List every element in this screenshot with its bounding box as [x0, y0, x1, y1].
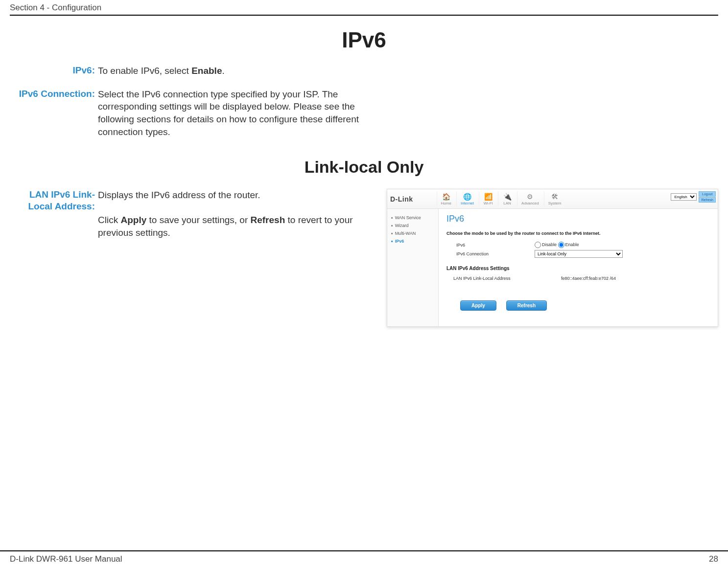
- ss-nav: 🏠Home🌐Internet📶Wi-Fi🔌LAN⚙Advanced🛠System: [437, 191, 565, 206]
- enable-label: Enable: [565, 242, 579, 247]
- wi-fi-icon: 📶: [483, 192, 493, 201]
- sidebar-item-ipv6[interactable]: IPv6: [391, 237, 434, 245]
- ipv6-enable-row: IPv6 Disable Enable: [456, 242, 710, 248]
- nav-item-label: LAN: [503, 201, 511, 205]
- nav-item-system[interactable]: 🛠System: [544, 191, 565, 206]
- nav-item-label: Wi-Fi: [484, 201, 493, 205]
- ss-top-right: English Logout Refresh: [671, 191, 716, 203]
- refresh-top-button[interactable]: Refresh: [699, 197, 716, 203]
- ipv6-connection-row: IPv6 Connection Link-local Only: [456, 250, 710, 258]
- definition-row: IPv6:To enable IPv6, select Enable.: [10, 65, 718, 77]
- home-icon: 🏠: [441, 192, 451, 201]
- lan-addr-value: fe80::4aee:cff:feab:e702 /64: [561, 276, 616, 281]
- nav-item-label: Internet: [461, 201, 474, 205]
- language-select[interactable]: English: [671, 193, 697, 201]
- lan-addr-label: LAN IPv6 Link-Local Address: [453, 276, 561, 281]
- ss-sidebar: WAN ServiceWizardMulti-WANIPv6: [387, 209, 439, 326]
- ipv6-label: IPv6: [456, 243, 535, 248]
- dlink-logo: D-Link: [390, 195, 413, 203]
- apply-button[interactable]: Apply: [460, 300, 496, 311]
- sidebar-item-wizard[interactable]: Wizard: [391, 222, 434, 229]
- page-title-linklocal: Link-local Only: [10, 158, 718, 177]
- note-refresh: Refresh: [251, 215, 285, 225]
- nav-item-advanced[interactable]: ⚙Advanced: [517, 191, 543, 206]
- definition-desc: Displays the IPv6 address of the router.…: [98, 189, 372, 239]
- internet-icon: 🌐: [462, 192, 472, 201]
- ss-main: IPv6 Choose the mode to be used by the r…: [439, 209, 718, 326]
- footer-left: D-Link DWR-961 User Manual: [10, 554, 122, 564]
- nav-item-label: System: [548, 201, 562, 205]
- definition-term: LAN IPv6 Link-Local Address:: [10, 189, 98, 212]
- disable-label: Disable: [542, 242, 557, 247]
- lan-icon: 🔌: [502, 192, 512, 201]
- nav-item-wi-fi[interactable]: 📶Wi-Fi: [479, 191, 497, 206]
- nav-item-home[interactable]: 🏠Home: [437, 191, 455, 206]
- definition-term: IPv6:: [10, 65, 98, 76]
- ss-button-row: Apply Refresh: [460, 300, 710, 311]
- definition-desc: Select the IPv6 connection type specifie…: [98, 88, 372, 138]
- nav-item-lan[interactable]: 🔌LAN: [498, 191, 516, 206]
- lan-section-heading: LAN IPv6 Address Settings: [446, 266, 710, 271]
- nav-item-label: Advanced: [521, 201, 539, 205]
- note-mid: to save your settings, or: [146, 215, 250, 225]
- note-apply: Apply: [120, 215, 146, 225]
- advanced-icon: ⚙: [525, 192, 535, 201]
- logout-button[interactable]: Logout: [699, 191, 716, 197]
- page-title-ipv6: IPv6: [10, 28, 718, 52]
- lan-address-row: LAN IPv6 Link-Local Address fe80::4aee:c…: [453, 276, 710, 281]
- sidebar-item-wan-service[interactable]: WAN Service: [391, 214, 434, 222]
- ss-topbar: D-Link 🏠Home🌐Internet📶Wi-Fi🔌LAN⚙Advanced…: [387, 189, 718, 209]
- ss-heading: IPv6: [446, 214, 710, 224]
- system-icon: 🛠: [550, 192, 560, 201]
- router-screenshot: D-Link 🏠Home🌐Internet📶Wi-Fi🔌LAN⚙Advanced…: [387, 189, 718, 327]
- desc-pre: To enable IPv6, select: [98, 66, 191, 76]
- conn-label: IPv6 Connection: [456, 251, 535, 256]
- footer-page-number: 28: [709, 554, 718, 564]
- section-label: Section 4 - Configuration: [10, 3, 101, 13]
- enable-radio[interactable]: [558, 242, 564, 248]
- desc-bold: Enable: [191, 66, 222, 76]
- note-pre: Click: [98, 215, 120, 225]
- disable-radio[interactable]: [535, 242, 541, 248]
- desc-text: Displays the IPv6 address of the router.: [98, 190, 260, 200]
- definition-row: IPv6 Connection:Select the IPv6 connecti…: [10, 88, 718, 138]
- definition-row: LAN IPv6 Link-Local Address: Displays th…: [10, 189, 372, 239]
- ipv6-connection-select[interactable]: Link-local Only: [535, 250, 623, 258]
- desc-post: .: [222, 66, 224, 76]
- ss-intro: Choose the mode to be used by the router…: [446, 231, 710, 236]
- nav-item-label: Home: [441, 201, 451, 205]
- definition-desc: To enable IPv6, select Enable.: [98, 65, 372, 77]
- nav-item-internet[interactable]: 🌐Internet: [456, 191, 478, 206]
- sidebar-item-multi-wan[interactable]: Multi-WAN: [391, 229, 434, 237]
- refresh-button[interactable]: Refresh: [506, 300, 547, 311]
- page-header: Section 4 - Configuration: [10, 0, 718, 16]
- ipv6-radio-group: Disable Enable: [535, 242, 579, 248]
- page-footer: D-Link DWR-961 User Manual 28: [0, 550, 728, 568]
- definition-term: IPv6 Connection:: [10, 88, 98, 100]
